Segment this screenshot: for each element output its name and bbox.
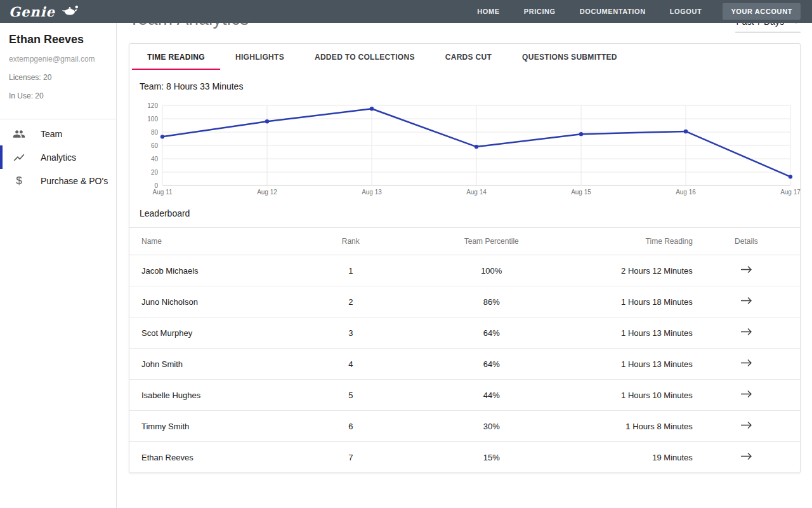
cell-time-reading: 19 Minutes [586,442,693,473]
cell-rank: 4 [304,349,398,380]
cell-rank: 3 [304,318,398,349]
cell-rank: 7 [304,442,398,473]
cell-percentile: 15% [398,442,586,473]
dollar-icon: $ [11,175,27,187]
svg-text:80: 80 [151,129,159,136]
arrow-right-icon [740,452,752,460]
leaderboard-title: Leaderboard [129,197,800,227]
cell-time-reading: 1 Hours 13 Minutes [586,349,693,380]
nav-link-pricing[interactable]: PRICING [524,8,556,15]
arrow-right-icon [740,328,752,336]
cell-percentile: 100% [398,255,586,286]
cell-time-reading: 1 Hours 8 Minutes [586,411,693,442]
genie-lamp-icon [60,4,79,19]
sidebar-item-team[interactable]: Team [0,122,116,145]
user-name: Ethan Reeves [9,33,107,46]
svg-text:Aug 11: Aug 11 [153,189,173,196]
profile-block: Ethan Reeves extempgenie@gmail.com Licen… [0,23,116,117]
cell-percentile: 30% [398,411,586,442]
in-use-count: In Use: 20 [9,91,107,100]
cell-rank: 5 [304,380,398,411]
svg-text:Aug 16: Aug 16 [676,189,696,196]
row-details-button[interactable] [738,451,755,464]
cell-rank: 6 [304,411,398,442]
table-row: Ethan Reeves715%19 Minutes [129,442,800,473]
row-details-button[interactable] [738,295,755,308]
svg-text:0: 0 [154,182,158,189]
cell-name: Jacob Michaels [129,255,304,286]
brand-logo[interactable]: Genie [9,4,79,20]
nav-link-home[interactable]: HOME [477,8,499,15]
sidebar-item-label: Team [41,129,62,139]
cell-time-reading: 2 Hours 12 Minutes [586,255,693,286]
sidebar-item-label: Analytics [41,152,76,163]
arrow-right-icon [740,421,752,429]
licenses-count: Licenses: 20 [9,73,107,82]
row-details-button[interactable] [738,389,755,401]
cell-percentile: 44% [398,380,586,411]
table-row: Scot Murphey364%1 Hours 13 Minutes [129,318,800,349]
table-row: Juno Nicholson286%1 Hours 18 Minutes [129,286,800,318]
cell-time-reading: 1 Hours 13 Minutes [586,318,693,349]
team-total-label: Team: 8 Hours 33 Minutes [129,70,800,99]
arrow-right-icon [740,359,752,367]
row-details-button[interactable] [738,420,755,432]
top-navbar: Genie HOME PRICING DOCUMENTATION LOGOUT … [0,0,812,23]
table-row: Timmy Smith630%1 Hours 8 Minutes [129,411,800,442]
chart-container: 020406080100120Aug 11Aug 12Aug 13Aug 14A… [129,99,800,197]
cell-percentile: 86% [398,286,586,318]
tab-highlights[interactable]: HIGHLIGHTS [220,44,299,70]
arrow-right-icon [740,265,752,274]
leaderboard-table: Name Rank Team Percentile Time Reading D… [129,227,800,472]
arrow-right-icon [740,297,752,305]
tab-added-to-collections[interactable]: ADDED TO COLLECTIONS [299,44,430,70]
cell-name: Timmy Smith [129,411,304,442]
header-details: Details [693,228,800,255]
cell-name: John Smith [129,349,304,380]
nav-link-documentation[interactable]: DOCUMENTATION [580,8,646,15]
arrow-right-icon [740,390,752,398]
table-row: Jacob Michaels1100%2 Hours 12 Minutes [129,255,800,286]
sidebar-item-label: Purchase & PO's [41,176,108,186]
tab-time-reading[interactable]: TIME READING [132,44,220,70]
svg-text:Aug 14: Aug 14 [466,189,487,196]
sidebar-item-analytics[interactable]: Analytics [0,145,116,169]
svg-text:120: 120 [147,102,158,109]
cell-time-reading: 1 Hours 18 Minutes [586,286,693,318]
people-icon [11,128,27,140]
sidebar-item-purchase[interactable]: $ Purchase & PO's [0,169,116,192]
cell-rank: 2 [304,286,398,318]
line-chart-icon [11,151,27,164]
tab-bar: TIME READING HIGHLIGHTS ADDED TO COLLECT… [129,44,800,70]
analytics-card: TIME READING HIGHLIGHTS ADDED TO COLLECT… [129,43,801,473]
cell-time-reading: 1 Hours 10 Minutes [586,380,693,411]
svg-text:60: 60 [151,142,159,149]
header-time-reading: Time Reading [586,228,693,255]
row-details-button[interactable] [738,326,755,339]
svg-text:Aug 15: Aug 15 [571,189,591,196]
cell-percentile: 64% [398,318,586,349]
table-header-row: Name Rank Team Percentile Time Reading D… [129,228,800,255]
header-rank: Rank [304,228,398,255]
cell-name: Isabelle Hughes [129,380,304,411]
svg-text:Aug 12: Aug 12 [257,189,277,196]
svg-text:20: 20 [151,169,159,176]
your-account-button[interactable]: YOUR ACCOUNT [723,3,801,20]
time-reading-chart: 020406080100120Aug 11Aug 12Aug 13Aug 14A… [140,100,790,197]
svg-text:Aug 17: Aug 17 [780,189,801,196]
nav-link-logout[interactable]: LOGOUT [670,8,702,15]
user-email: extempgenie@gmail.com [9,55,107,64]
row-details-button[interactable] [738,264,755,277]
row-details-button[interactable] [738,358,755,370]
sidebar-menu: Team Analytics $ Purchase & PO's [0,119,116,192]
cell-percentile: 64% [398,349,586,380]
svg-text:40: 40 [151,156,159,163]
main-content: Team Analytics Past 7 Days TIME READING … [117,9,812,473]
cell-name: Ethan Reeves [129,442,304,473]
cell-name: Juno Nicholson [129,286,304,318]
cell-rank: 1 [304,255,398,286]
header-name: Name [129,228,304,255]
tab-questions-submitted[interactable]: QUESTIONS SUBMITTED [507,44,632,70]
table-row: Isabelle Hughes544%1 Hours 10 Minutes [129,380,800,411]
tab-cards-cut[interactable]: CARDS CUT [430,44,507,70]
